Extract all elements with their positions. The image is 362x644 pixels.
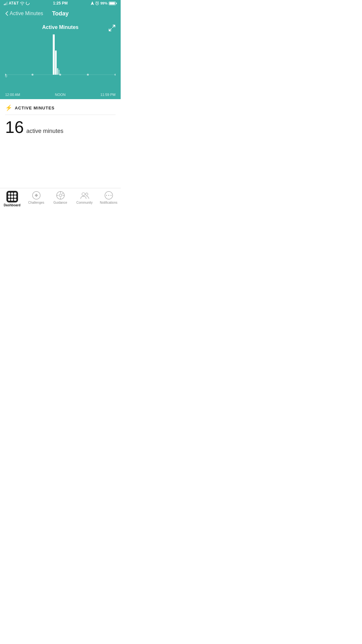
section-label: ACTIVE MINUTES: [15, 106, 55, 110]
svg-point-28: [106, 195, 107, 196]
tab-challenges[interactable]: Challenges: [24, 191, 48, 204]
location-icon: [91, 1, 94, 5]
xaxis-label-start: 12:00 AM: [5, 93, 20, 97]
svg-point-0: [26, 2, 29, 5]
back-chevron-icon: [5, 11, 8, 16]
back-label: Active Minutes: [10, 11, 43, 16]
svg-line-24: [62, 193, 63, 194]
svg-line-3: [97, 4, 98, 4]
chart-title: Active Minutes: [5, 24, 116, 30]
dashboard-icon: [6, 191, 18, 202]
svg-line-4: [96, 2, 97, 2]
tab-dashboard[interactable]: Dashboard: [0, 191, 24, 207]
svg-point-10: [87, 74, 89, 76]
tab-bar: Dashboard Challenges Guidance: [0, 188, 121, 215]
svg-point-26: [85, 193, 88, 195]
chart-container: Active Minutes 0: [0, 21, 121, 91]
alarm-icon: [95, 1, 99, 5]
lightning-icon: ⚡: [5, 104, 12, 111]
tab-community[interactable]: Community: [72, 191, 97, 204]
tab-notifications-label: Notifications: [100, 201, 117, 204]
tab-guidance-label: Guidance: [53, 201, 67, 204]
status-time: 1:25 PM: [53, 1, 68, 5]
community-icon: [80, 191, 89, 200]
svg-rect-12: [53, 34, 55, 75]
xaxis-label-end: 11:59 PM: [100, 93, 116, 97]
xaxis-label-middle: NOON: [55, 93, 66, 97]
status-right: 99%: [91, 1, 117, 5]
chart-area: 0: [5, 33, 116, 78]
svg-point-19: [59, 194, 62, 197]
tab-community-label: Community: [76, 201, 93, 204]
battery-percent: 99%: [100, 1, 107, 5]
tab-challenges-label: Challenges: [28, 201, 44, 204]
section-header: ⚡ ACTIVE MINUTES: [5, 104, 116, 115]
svg-point-17: [36, 195, 37, 196]
challenges-icon: [32, 191, 41, 200]
guidance-icon: [56, 191, 65, 200]
svg-rect-15: [59, 70, 60, 75]
svg-point-25: [82, 193, 85, 196]
content-area: ⚡ ACTIVE MINUTES 16 active minutes: [0, 99, 121, 141]
stat-unit: active minutes: [26, 128, 63, 135]
svg-line-5: [98, 2, 98, 2]
tab-notifications[interactable]: Notifications: [97, 191, 121, 204]
bar-chart-svg: [5, 33, 116, 78]
svg-point-11: [115, 74, 116, 76]
activity-icon: [26, 1, 30, 5]
tab-dashboard-label: Dashboard: [4, 203, 20, 207]
chart-y-zero: 0: [5, 74, 7, 78]
stat-row: 16 active minutes: [5, 119, 116, 135]
status-bar: AT&T 1:25 PM 99%: [0, 0, 121, 6]
wifi-icon: [20, 2, 24, 5]
carrier-label: AT&T: [9, 1, 19, 5]
nav-header: Active Minutes Today: [0, 6, 121, 21]
page-title: Today: [52, 10, 69, 17]
stat-value: 16: [5, 119, 24, 135]
svg-point-29: [108, 195, 109, 196]
chart-xaxis: 12:00 AM NOON 11:59 PM: [0, 91, 121, 99]
notifications-icon: [104, 191, 113, 200]
svg-point-30: [110, 195, 111, 196]
svg-rect-14: [57, 68, 58, 75]
expand-button[interactable]: [108, 24, 116, 33]
battery-icon: [109, 2, 117, 5]
svg-rect-13: [55, 51, 57, 75]
signal-icon: [4, 1, 7, 5]
svg-point-8: [32, 74, 33, 76]
status-left: AT&T: [4, 1, 30, 5]
tab-guidance[interactable]: Guidance: [48, 191, 72, 204]
